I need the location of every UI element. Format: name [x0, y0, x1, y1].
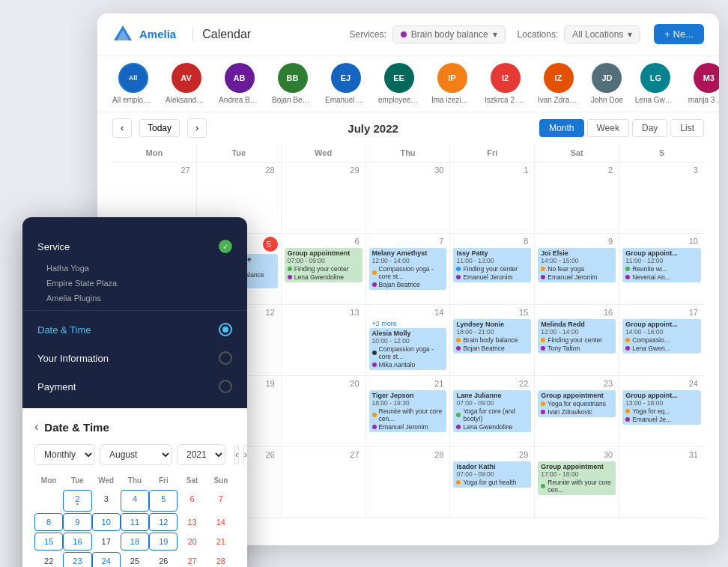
view-select[interactable]: MonthlyWeekly: [34, 444, 95, 465]
mini-day[interactable]: 12: [149, 513, 178, 531]
employee-item[interactable]: AVAleksandar ...: [166, 63, 207, 104]
service-sub-item[interactable]: Empire State Plaza: [22, 276, 247, 291]
mini-day[interactable]: 28: [207, 552, 235, 567]
booking-section-payment[interactable]: Payment: [22, 372, 247, 401]
calendar-cell[interactable]: 27: [282, 447, 366, 518]
mini-day[interactable]: 26: [149, 552, 178, 567]
calendar-cell[interactable]: 29: [282, 163, 366, 233]
calendar-cell[interactable]: 14+2 moreAlesia Molly10:00 - 12:00Compas…: [366, 305, 451, 375]
employee-item[interactable]: AllAll employees: [112, 63, 154, 104]
event-item[interactable]: Lyndsey Nonie18:00 - 21:00Brain body bal…: [453, 319, 531, 354]
mini-day[interactable]: 10: [92, 513, 121, 531]
mini-day[interactable]: 4: [121, 490, 149, 512]
service-sub-item[interactable]: Amelia Plugins: [22, 291, 247, 306]
back-button[interactable]: ‹: [34, 420, 38, 434]
mini-day[interactable]: 24: [92, 552, 121, 567]
event-item[interactable]: Joi Elsie14:00 - 15:00No fear yogaEmanue…: [538, 248, 616, 282]
calendar-cell[interactable]: 2: [535, 163, 619, 233]
event-item[interactable]: Group appoint...14:00 - 16:00Compassio..…: [622, 319, 701, 354]
employee-item[interactable]: IZIvan Zdravk...: [538, 63, 579, 104]
employee-item[interactable]: LGLena Gwen...: [635, 63, 676, 104]
view-tab-week[interactable]: Week: [587, 119, 629, 137]
mini-day[interactable]: 27: [178, 552, 206, 567]
event-item[interactable]: Group appoint...13:00 - 16:00Yoga for eq…: [622, 390, 701, 425]
mini-day[interactable]: 6: [178, 490, 206, 512]
employee-item[interactable]: ABAndrea Barber: [219, 63, 260, 104]
view-tab-list[interactable]: List: [670, 119, 704, 137]
location-selector[interactable]: All Locations ▾: [564, 25, 640, 43]
mini-day[interactable]: 14: [207, 513, 235, 531]
employee-item[interactable]: EEemployee e...: [378, 63, 419, 104]
more-events-link[interactable]: +2 more: [369, 319, 447, 328]
new-button[interactable]: + Ne...: [654, 24, 704, 44]
calendar-cell[interactable]: 16Melinda Redd12:00 - 14:00Finding your …: [535, 305, 619, 375]
mini-day[interactable]: 23: [63, 552, 91, 567]
mini-day[interactable]: 19: [149, 533, 178, 551]
calendar-cell[interactable]: 10Group appoint...11:00 - 12:00Reunite w…: [619, 234, 704, 304]
calendar-cell[interactable]: 28: [366, 447, 451, 518]
prev-mini-button[interactable]: ‹: [234, 445, 239, 464]
employee-item[interactable]: M3marija 3 Mike Sober: [688, 63, 719, 104]
view-tab-month[interactable]: Month: [539, 119, 583, 137]
calendar-cell[interactable]: 9Joi Elsie14:00 - 15:00No fear yogaEmanu…: [535, 234, 619, 304]
event-item[interactable]: Melany Amethyst12:00 - 14:00Compassion y…: [369, 248, 447, 290]
event-item[interactable]: Tiger Jepson18:00 - 19:30Reunite with yo…: [369, 390, 447, 432]
calendar-cell[interactable]: 24Group appoint...13:00 - 16:00Yoga for …: [619, 376, 704, 446]
calendar-cell[interactable]: 7Melany Amethyst12:00 - 14:00Compassion …: [366, 234, 451, 304]
month-select[interactable]: JanuaryFebruaryMarchAprilMayJuneJulyAugu…: [100, 444, 172, 465]
mini-day[interactable]: 18: [121, 533, 149, 551]
employee-item[interactable]: BBBojan Beatrice: [272, 63, 313, 104]
calendar-cell[interactable]: 3: [619, 163, 704, 233]
booking-section-service[interactable]: Service✓: [22, 232, 247, 261]
calendar-cell[interactable]: 23Group appointmentYoga for equestriansI…: [535, 376, 619, 446]
event-item[interactable]: Group appointment07:00 - 09:00Finding yo…: [285, 248, 363, 282]
mini-day[interactable]: 15: [34, 533, 63, 551]
mini-day[interactable]: 2: [63, 490, 91, 512]
mini-day[interactable]: 11: [121, 513, 149, 531]
mini-day[interactable]: 16: [63, 533, 91, 551]
calendar-cell[interactable]: 20: [282, 376, 366, 446]
event-item[interactable]: Alesia Molly10:00 - 12:00Compassion yoga…: [369, 328, 447, 370]
event-item[interactable]: Issy Patty11:00 - 13:00Finding your cent…: [453, 248, 531, 282]
calendar-cell[interactable]: 1: [450, 163, 535, 233]
booking-section-your-information[interactable]: Your Information: [22, 344, 247, 372]
employee-item[interactable]: EJEmanuel Jer...: [325, 63, 366, 104]
mini-day[interactable]: [34, 490, 63, 512]
calendar-cell[interactable]: 31: [619, 447, 704, 518]
booking-section-date-&-time[interactable]: Date & Time: [22, 315, 247, 344]
calendar-cell[interactable]: 17Group appoint...14:00 - 16:00Compassio…: [619, 305, 704, 375]
employee-item[interactable]: IPIma izezime Emily Emie: [431, 63, 473, 104]
mini-day[interactable]: 5: [149, 490, 178, 512]
mini-day[interactable]: 22: [34, 552, 63, 567]
calendar-cell[interactable]: 6Group appointment07:00 - 09:00Finding y…: [282, 234, 366, 304]
mini-day[interactable]: 9: [63, 513, 91, 531]
mini-day[interactable]: 13: [178, 513, 206, 531]
event-item[interactable]: Group appointment17:00 - 18:00Reunite wi…: [538, 461, 616, 495]
event-item[interactable]: Group appointmentYoga for equestriansIva…: [538, 390, 616, 417]
next-month-button[interactable]: ›: [187, 118, 207, 138]
mini-day[interactable]: 21: [207, 533, 235, 551]
calendar-cell[interactable]: 30Group appointment17:00 - 18:00Reunite …: [535, 447, 619, 518]
service-sub-item[interactable]: Hatha Yoga: [22, 261, 247, 276]
next-mini-button[interactable]: ›: [243, 445, 247, 464]
calendar-cell[interactable]: 29Isador Kathi07:00 - 09:00Yoga for gut …: [450, 447, 535, 518]
prev-month-button[interactable]: ‹: [112, 118, 132, 138]
calendar-cell[interactable]: 15Lyndsey Nonie18:00 - 21:00Brain body b…: [450, 305, 535, 375]
employee-item[interactable]: I2Iszkrca 2 Lexie Emie: [485, 63, 526, 104]
employee-item[interactable]: JDJohn Doe: [591, 63, 623, 104]
mini-day[interactable]: 3: [92, 490, 121, 512]
event-item[interactable]: Isador Kathi07:00 - 09:00Yoga for gut he…: [453, 461, 531, 488]
view-tab-day[interactable]: Day: [632, 119, 667, 137]
calendar-cell[interactable]: 8Issy Patty11:00 - 13:00Finding your cen…: [450, 234, 535, 304]
year-select[interactable]: 20192020202120222023: [177, 444, 225, 465]
event-item[interactable]: Melinda Redd12:00 - 14:00Finding your ce…: [538, 319, 616, 354]
mini-day[interactable]: 8: [34, 513, 63, 531]
calendar-cell[interactable]: 22Lane Julianne07:00 - 09:00Yoga for cor…: [450, 376, 535, 446]
calendar-cell[interactable]: 21Tiger Jepson18:00 - 19:30Reunite with …: [366, 376, 451, 446]
calendar-cell[interactable]: 13: [282, 305, 366, 375]
mini-day[interactable]: 25: [121, 552, 149, 567]
service-selector[interactable]: Brain body balance ▾: [392, 25, 506, 43]
calendar-cell[interactable]: 30: [366, 163, 451, 233]
event-item[interactable]: Lane Julianne07:00 - 09:00Yoga for core …: [453, 390, 531, 432]
mini-day[interactable]: 20: [178, 533, 206, 551]
